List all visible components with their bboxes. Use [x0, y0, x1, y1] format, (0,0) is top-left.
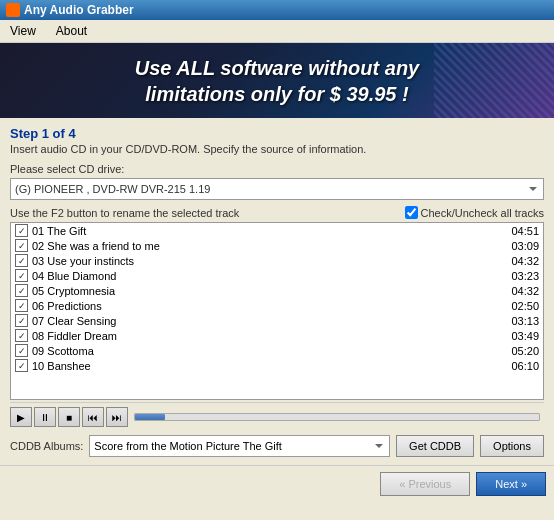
- banner-text: Use ALL software without any limitations…: [135, 55, 419, 107]
- next-button[interactable]: ⏭: [106, 407, 128, 427]
- track-duration: 06:10: [504, 360, 539, 372]
- track-name: 10 Banshee: [32, 360, 496, 372]
- window-title: Any Audio Grabber: [24, 3, 134, 17]
- track-checkbox[interactable]: [15, 284, 28, 297]
- prev-nav-button[interactable]: « Previous: [380, 472, 470, 496]
- step-title: Step 1 of 4: [10, 126, 544, 141]
- track-checkbox[interactable]: [15, 269, 28, 282]
- track-item[interactable]: 08 Fiddler Dream03:49: [11, 328, 543, 343]
- track-item[interactable]: 06 Predictions02:50: [11, 298, 543, 313]
- track-duration: 02:50: [504, 300, 539, 312]
- track-checkbox[interactable]: [15, 359, 28, 372]
- track-item[interactable]: 02 She was a friend to me03:09: [11, 238, 543, 253]
- track-item[interactable]: 01 The Gift04:51: [11, 223, 543, 238]
- track-name: 01 The Gift: [32, 225, 496, 237]
- next-nav-button[interactable]: Next »: [476, 472, 546, 496]
- track-item[interactable]: 03 Use your instincts04:32: [11, 253, 543, 268]
- cddb-label: CDDB Albums:: [10, 440, 83, 452]
- track-item[interactable]: 04 Blue Diamond03:23: [11, 268, 543, 283]
- track-item[interactable]: 07 Clear Sensing03:13: [11, 313, 543, 328]
- check-all-label: Check/Uncheck all tracks: [421, 207, 545, 219]
- banner: Use ALL software without any limitations…: [0, 43, 554, 118]
- check-all-checkbox[interactable]: [405, 206, 418, 219]
- stop-button[interactable]: ■: [58, 407, 80, 427]
- cd-drive-select[interactable]: (G) PIONEER , DVD-RW DVR-215 1.19: [10, 178, 544, 200]
- track-name: 09 Scottoma: [32, 345, 496, 357]
- track-checkbox[interactable]: [15, 239, 28, 252]
- get-cddb-button[interactable]: Get CDDB: [396, 435, 474, 457]
- track-checkbox[interactable]: [15, 254, 28, 267]
- track-header: Use the F2 button to rename the selected…: [10, 206, 544, 219]
- track-name: 04 Blue Diamond: [32, 270, 496, 282]
- play-button[interactable]: ▶: [10, 407, 32, 427]
- track-item[interactable]: 05 Cryptomnesia04:32: [11, 283, 543, 298]
- track-hint: Use the F2 button to rename the selected…: [10, 207, 239, 219]
- track-item[interactable]: 10 Banshee06:10: [11, 358, 543, 373]
- track-checkbox[interactable]: [15, 314, 28, 327]
- track-duration: 03:49: [504, 330, 539, 342]
- menu-view[interactable]: View: [4, 22, 42, 40]
- cd-drive-label: Please select CD drive:: [10, 163, 544, 175]
- nav-bar: « Previous Next »: [0, 465, 554, 500]
- track-duration: 05:20: [504, 345, 539, 357]
- track-checkbox[interactable]: [15, 299, 28, 312]
- menu-about[interactable]: About: [50, 22, 93, 40]
- track-name: 02 She was a friend to me: [32, 240, 496, 252]
- options-button[interactable]: Options: [480, 435, 544, 457]
- check-all-control[interactable]: Check/Uncheck all tracks: [405, 206, 545, 219]
- track-name: 08 Fiddler Dream: [32, 330, 496, 342]
- track-duration: 03:09: [504, 240, 539, 252]
- app-icon: [6, 3, 20, 17]
- menu-bar: View About: [0, 20, 554, 43]
- track-duration: 03:23: [504, 270, 539, 282]
- track-checkbox[interactable]: [15, 224, 28, 237]
- controls-bar: ▶ ⏸ ■ ⏮ ⏭: [10, 402, 544, 431]
- track-name: 06 Predictions: [32, 300, 496, 312]
- pause-button[interactable]: ⏸: [34, 407, 56, 427]
- title-bar: Any Audio Grabber: [0, 0, 554, 20]
- track-duration: 04:51: [504, 225, 539, 237]
- cddb-dropdown[interactable]: Score from the Motion Picture The Gift: [89, 435, 390, 457]
- track-checkbox[interactable]: [15, 344, 28, 357]
- track-name: 03 Use your instincts: [32, 255, 496, 267]
- prev-button[interactable]: ⏮: [82, 407, 104, 427]
- track-duration: 04:32: [504, 285, 539, 297]
- progress-fill: [135, 414, 165, 420]
- track-list[interactable]: 01 The Gift04:5102 She was a friend to m…: [10, 222, 544, 400]
- step-description: Insert audio CD in your CD/DVD-ROM. Spec…: [10, 143, 544, 155]
- track-name: 05 Cryptomnesia: [32, 285, 496, 297]
- track-checkbox[interactable]: [15, 329, 28, 342]
- cddb-section: CDDB Albums: Score from the Motion Pictu…: [10, 435, 544, 457]
- track-item[interactable]: 09 Scottoma05:20: [11, 343, 543, 358]
- track-name: 07 Clear Sensing: [32, 315, 496, 327]
- progress-bar: [134, 413, 540, 421]
- track-duration: 03:13: [504, 315, 539, 327]
- main-content: Step 1 of 4 Insert audio CD in your CD/D…: [0, 118, 554, 465]
- track-duration: 04:32: [504, 255, 539, 267]
